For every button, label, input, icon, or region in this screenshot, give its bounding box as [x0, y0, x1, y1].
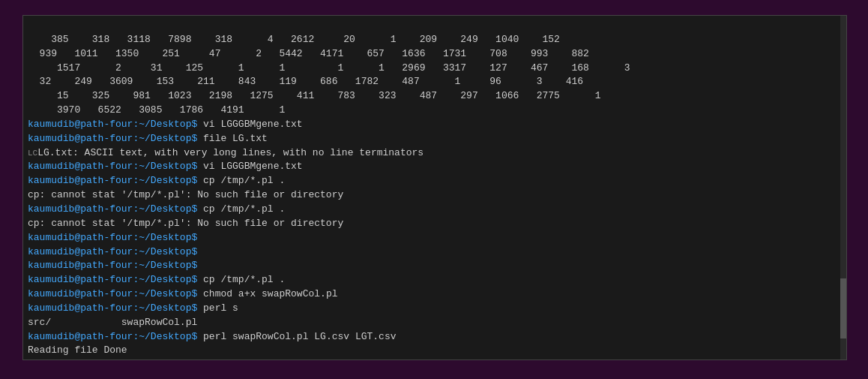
prompt-line-6: kaumudib@path-four:~/Desktop$ — [28, 232, 197, 243]
output-line-10: Reading file Done — [28, 344, 127, 356]
output-line-11: Writing file Done — [28, 359, 127, 360]
prompt-line-4: kaumudib@path-four:~/Desktop$ cp /tmp/*.… — [28, 175, 285, 186]
prompt-line-1: kaumudib@path-four:~/Desktop$ vi LGGGBMg… — [28, 119, 303, 130]
output-line-6: 3970 6522 3085 1786 4191 1 — [28, 104, 285, 116]
prompt-line-8: kaumudib@path-four:~/Desktop$ — [28, 260, 197, 271]
scrollbar-thumb[interactable] — [840, 278, 846, 338]
output-line-4: 32 249 3609 153 211 843 119 686 1782 487… — [28, 76, 583, 87]
prompt-line-12: kaumudib@path-four:~/Desktop$ perl swapR… — [28, 331, 397, 342]
prompt-line-10: kaumudib@path-four:~/Desktop$ chmod a+x … — [28, 288, 337, 299]
output-line-7: cp: cannot stat '/tmp/*.pl': No such fil… — [28, 189, 343, 200]
output-line-2: 939 1011 1350 251 47 2 5442 4171 657 163… — [28, 48, 589, 59]
output-line-5: 15 325 981 1023 2198 1275 411 783 323 48… — [28, 90, 601, 101]
output-line-1: 385 318 3118 7898 318 4 2612 20 1 209 24… — [28, 34, 560, 45]
terminal-window: 385 318 3118 7898 318 4 2612 20 1 209 24… — [22, 15, 847, 360]
terminal-content: 385 318 3118 7898 318 4 2612 20 1 209 24… — [23, 16, 846, 360]
lc-output-line: LCLG.txt: ASCII text, with very long lin… — [28, 147, 424, 158]
prompt-line-3: kaumudib@path-four:~/Desktop$ vi LGGGBMg… — [28, 161, 303, 172]
output-line-8: cp: cannot stat '/tmp/*.pl': No such fil… — [28, 218, 343, 229]
prompt-line-2: kaumudib@path-four:~/Desktop$ file LG.tx… — [28, 133, 268, 144]
output-line-9: src/ swapRowCol.pl — [28, 317, 197, 328]
scrollbar[interactable] — [840, 16, 846, 359]
prompt-line-5: kaumudib@path-four:~/Desktop$ cp /tmp/*.… — [28, 203, 285, 215]
prompt-line-11: kaumudib@path-four:~/Desktop$ perl s — [28, 302, 238, 314]
prompt-line-9: kaumudib@path-four:~/Desktop$ cp /tmp/*.… — [28, 274, 285, 285]
prompt-line-7: kaumudib@path-four:~/Desktop$ — [28, 246, 197, 257]
output-line-3: 1517 2 31 125 1 1 1 1 2969 3317 127 467 … — [28, 62, 630, 74]
